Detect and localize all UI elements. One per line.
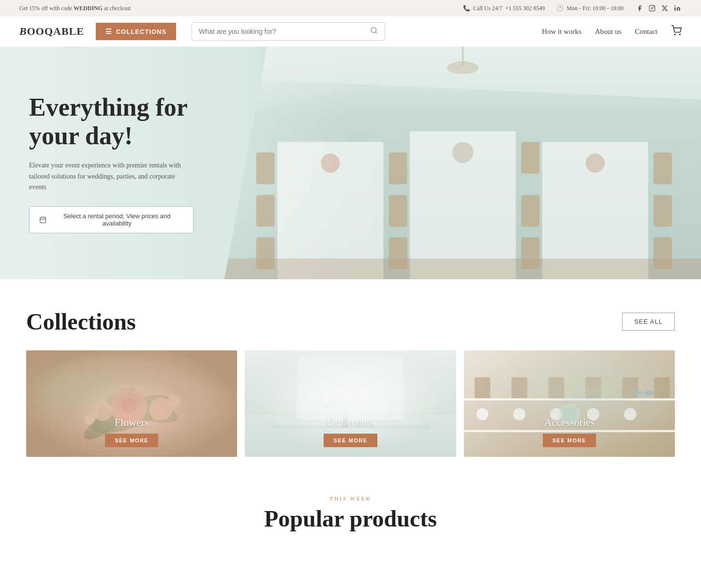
collections-btn-label: COLLECTIONS bbox=[116, 28, 166, 35]
svg-rect-59 bbox=[474, 377, 490, 398]
accessories-see-more-button[interactable]: SEE MORE bbox=[543, 434, 596, 447]
promo-message: Get 15% off with code WEDDING at checkou… bbox=[19, 5, 131, 12]
twitter-x-icon[interactable] bbox=[660, 4, 669, 13]
this-week-title: Popular products bbox=[26, 505, 675, 532]
search-input[interactable] bbox=[199, 28, 370, 35]
svg-point-26 bbox=[452, 142, 473, 163]
svg-point-6 bbox=[679, 34, 680, 35]
collections-grid: Flowers SEE MORE bbox=[26, 350, 675, 457]
instagram-icon[interactable] bbox=[648, 4, 656, 13]
see-all-button[interactable]: SEE ALL bbox=[622, 313, 675, 331]
this-week-section: THIS WEEK Popular products bbox=[0, 476, 701, 551]
main-nav: How it works About us Contact bbox=[542, 25, 682, 38]
collections-section: Collections SEE ALL bbox=[0, 279, 701, 476]
svg-rect-9 bbox=[462, 47, 463, 65]
ornaments-card-content: Ornaments SEE MORE bbox=[245, 407, 456, 457]
svg-rect-61 bbox=[548, 377, 564, 398]
svg-rect-57 bbox=[464, 398, 675, 400]
svg-rect-19 bbox=[521, 142, 539, 174]
logo[interactable]: BOOQABLE bbox=[19, 25, 84, 38]
collection-card-accessories[interactable]: Accessories SEE MORE bbox=[464, 350, 675, 457]
svg-point-52 bbox=[352, 397, 359, 405]
promo-code: WEDDING bbox=[74, 5, 103, 12]
hero-cta-button[interactable]: Select a rental period; View prices and … bbox=[29, 206, 194, 233]
collections-button[interactable]: ☰ COLLECTIONS bbox=[96, 23, 176, 40]
collection-card-flowers[interactable]: Flowers SEE MORE bbox=[26, 350, 237, 457]
collections-header: Collections SEE ALL bbox=[26, 308, 675, 335]
svg-point-1 bbox=[651, 7, 653, 9]
nav-how-it-works[interactable]: How it works bbox=[542, 28, 582, 36]
svg-point-27 bbox=[585, 153, 604, 172]
svg-point-4 bbox=[371, 28, 376, 33]
svg-rect-23 bbox=[653, 195, 671, 227]
hero-scene-inner bbox=[224, 47, 701, 279]
svg-rect-0 bbox=[649, 5, 655, 11]
header: BOOQABLE ☰ COLLECTIONS How it works Abou… bbox=[0, 16, 701, 47]
flowers-card-name: Flowers bbox=[115, 416, 149, 429]
hours-info: 🕐 Mon - Fri: 10:00 - 18:00 bbox=[556, 5, 624, 12]
flowers-see-more-button[interactable]: SEE MORE bbox=[105, 434, 158, 447]
top-bar: Get 15% off with code WEDDING at checkou… bbox=[0, 0, 701, 16]
nav-about-us[interactable]: About us bbox=[595, 28, 622, 36]
accessories-card-content: Accessories SEE MORE bbox=[464, 407, 675, 457]
hours-text: Mon - Fri: 10:00 - 18:00 bbox=[567, 5, 624, 12]
promo-suffix: at checkout bbox=[103, 5, 131, 12]
menu-icon: ☰ bbox=[105, 28, 112, 35]
svg-point-2 bbox=[654, 6, 654, 7]
phone-icon: 📞 bbox=[463, 5, 470, 12]
clock-icon: 🕐 bbox=[556, 5, 564, 12]
svg-rect-63 bbox=[622, 377, 638, 398]
svg-rect-22 bbox=[653, 152, 671, 184]
hero-subtitle: Elevate your event experience with premi… bbox=[29, 160, 194, 193]
hero-title: Everything for your day! bbox=[29, 93, 194, 151]
phone-number[interactable]: +1 555 302 8549 bbox=[506, 5, 545, 12]
social-icons bbox=[635, 4, 682, 13]
search-button[interactable] bbox=[370, 27, 378, 36]
collection-card-ornaments[interactable]: Ornaments SEE MORE bbox=[245, 350, 456, 457]
phone-info: 📞 Call Us 24/7 +1 555 302 8549 bbox=[463, 5, 545, 12]
this-week-label: THIS WEEK bbox=[26, 496, 675, 501]
collections-title: Collections bbox=[26, 308, 136, 335]
nav-contact[interactable]: Contact bbox=[635, 28, 657, 36]
linkedin-icon[interactable] bbox=[673, 4, 682, 13]
svg-rect-13 bbox=[256, 152, 274, 184]
flowers-card-content: Flowers SEE MORE bbox=[26, 407, 237, 457]
svg-rect-16 bbox=[388, 152, 407, 184]
svg-rect-60 bbox=[511, 377, 527, 398]
search-bar bbox=[192, 22, 385, 41]
svg-point-44 bbox=[167, 394, 180, 407]
svg-rect-20 bbox=[521, 195, 539, 227]
phone-label: Call Us 24/7 bbox=[473, 5, 503, 12]
hero-content: Everything for your day! Elevate your ev… bbox=[0, 64, 223, 263]
svg-point-51 bbox=[330, 398, 339, 407]
svg-point-5 bbox=[674, 34, 675, 35]
hero-section: Everything for your day! Elevate your ev… bbox=[0, 47, 701, 279]
svg-rect-62 bbox=[585, 377, 601, 398]
svg-rect-14 bbox=[256, 195, 274, 227]
promo-text: Get 15% off with code bbox=[19, 5, 74, 12]
ornaments-card-name: Ornaments bbox=[327, 416, 374, 429]
ornaments-see-more-button[interactable]: SEE MORE bbox=[324, 434, 377, 447]
svg-point-3 bbox=[674, 5, 675, 6]
top-bar-right: 📞 Call Us 24/7 +1 555 302 8549 🕐 Mon - F… bbox=[463, 4, 682, 13]
accessories-card-name: Accessories bbox=[544, 416, 595, 429]
svg-rect-29 bbox=[40, 217, 46, 223]
svg-point-25 bbox=[321, 153, 340, 172]
hero-background-scene bbox=[224, 47, 701, 279]
svg-rect-17 bbox=[388, 195, 407, 227]
facebook-icon[interactable] bbox=[635, 4, 644, 13]
svg-rect-28 bbox=[224, 258, 701, 279]
svg-rect-64 bbox=[654, 377, 670, 398]
cart-icon[interactable] bbox=[671, 25, 682, 38]
hero-cta-label: Select a rental period; View prices and … bbox=[50, 212, 183, 227]
